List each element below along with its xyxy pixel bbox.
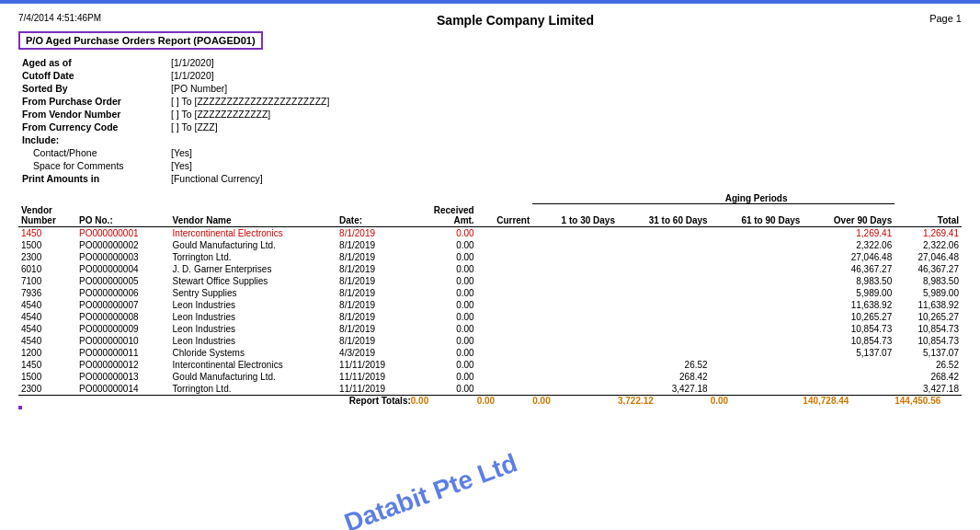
total-received: 0.00	[411, 395, 477, 406]
table-cell: 8/1/2019	[336, 335, 411, 347]
table-cell	[477, 287, 533, 299]
table-cell: 4540	[18, 311, 76, 323]
param-value: [ ] To [ZZZZZZZZZZZZ]	[169, 109, 331, 120]
table-cell: 0.00	[411, 335, 477, 347]
table-cell: 1450	[18, 359, 76, 371]
table-cell: 10,854.73	[895, 323, 962, 335]
table-cell	[477, 251, 533, 263]
table-cell: PO000000005	[76, 275, 170, 287]
table-cell: 0.00	[411, 371, 477, 383]
table-row: 2300PO000000014Torrington Ltd.11/11/2019…	[18, 383, 962, 396]
table-cell: PO000000002	[76, 239, 170, 251]
th-1to30-empty	[532, 193, 618, 204]
table-cell	[618, 287, 711, 299]
table-cell: 26.52	[618, 359, 711, 371]
th-aging-periods: Aging Periods	[618, 193, 895, 204]
th-vendor-name: Vendor Name	[170, 204, 337, 227]
table-row: 1450PO000000012Intercontinental Electron…	[18, 359, 962, 371]
table-cell	[711, 311, 803, 323]
table-cell	[477, 371, 533, 383]
param-print-amounts: Print Amounts in [Functional Currency]	[20, 173, 331, 184]
table-cell	[711, 287, 803, 299]
param-from-po: From Purchase Order [ ] To [ZZZZZZZZZZZZ…	[20, 96, 331, 107]
table-cell	[618, 226, 711, 239]
table-cell: 11,638.92	[803, 299, 895, 311]
table-cell	[477, 275, 533, 287]
table-cell: 2,322.06	[803, 239, 895, 251]
table-cell	[532, 239, 618, 251]
table-cell: PO000000006	[76, 287, 170, 299]
table-cell	[618, 311, 711, 323]
table-cell: 1200	[18, 347, 76, 359]
table-cell	[532, 359, 618, 371]
table-cell: 10,265.27	[895, 311, 962, 323]
table-cell	[618, 251, 711, 263]
param-label: From Vendor Number	[20, 109, 167, 120]
table-cell: 0.00	[411, 287, 477, 299]
timestamp: 7/4/2014 4:51:46PM	[18, 13, 101, 23]
param-label: Include:	[20, 134, 167, 145]
table-cell	[711, 371, 803, 383]
table-cell: 4540	[18, 299, 76, 311]
table-cell: 0.00	[411, 311, 477, 323]
table-cell	[532, 263, 618, 275]
table-cell: 1,269.41	[895, 226, 962, 239]
table-cell: Leon Industries	[170, 311, 337, 323]
table-cell: 2300	[18, 383, 76, 396]
table-cell: Intercontinental Electronics	[170, 226, 337, 239]
table-cell	[532, 347, 618, 359]
table-cell: 5,137.07	[895, 347, 962, 359]
param-value: [PO Number]	[169, 83, 331, 94]
th-date: Date:	[336, 204, 411, 227]
th-received-amt: ReceivedAmt.	[411, 204, 477, 227]
th-61to90: 61 to 90 Days	[711, 204, 803, 227]
table-cell: PO000000010	[76, 335, 170, 347]
table-cell: PO000000009	[76, 323, 170, 335]
total-31to60: 3,722.12	[618, 395, 711, 406]
table-cell: Gould Manufacturing Ltd.	[170, 371, 337, 383]
table-cell	[477, 335, 533, 347]
param-contact: Contact/Phone [Yes]	[20, 147, 331, 158]
table-cell	[477, 359, 533, 371]
table-cell: PO000000011	[76, 347, 170, 359]
table-row: 6010PO000000004J. D. Garner Enterprises8…	[18, 263, 962, 275]
col-headers-row: VendorNumber PO No.: Vendor Name Date: R…	[18, 204, 962, 227]
param-aged-as-of: Aged as of [1/1/2020]	[20, 57, 331, 68]
table-wrapper: Aging Periods VendorNumber PO No.: Vendo…	[18, 193, 962, 406]
table-cell: 8/1/2019	[336, 287, 411, 299]
table-cell: 0.00	[411, 251, 477, 263]
table-row: 1500PO000000013Gould Manufacturing Ltd.1…	[18, 371, 962, 383]
table-cell: 46,367.27	[803, 263, 895, 275]
data-table: Aging Periods VendorNumber PO No.: Vendo…	[18, 193, 962, 406]
table-cell: PO000000001	[76, 226, 170, 239]
table-cell	[618, 335, 711, 347]
th-current-empty	[477, 193, 533, 204]
table-cell: 0.00	[411, 275, 477, 287]
param-value: [ ] To [ZZZ]	[169, 121, 331, 132]
table-cell	[711, 251, 803, 263]
table-cell: 8/1/2019	[336, 275, 411, 287]
th-empty	[18, 193, 477, 204]
table-cell: 8/1/2019	[336, 311, 411, 323]
table-row: 1200PO000000011Chloride Systems4/3/20190…	[18, 347, 962, 359]
table-row: 7936PO000000006Sentry Supplies8/1/20190.…	[18, 287, 962, 299]
table-cell	[477, 383, 533, 396]
table-cell: 4/3/2019	[336, 347, 411, 359]
table-cell	[532, 226, 618, 239]
table-cell: 1500	[18, 371, 76, 383]
page-info: Page 1	[929, 13, 962, 24]
param-cutoff-date: Cutoff Date [1/1/2020]	[20, 70, 331, 81]
param-from-currency: From Currency Code [ ] To [ZZZ]	[20, 121, 331, 132]
table-cell: 3,427.18	[895, 383, 962, 396]
aging-header-row: Aging Periods	[18, 193, 962, 204]
table-cell: PO000000012	[76, 359, 170, 371]
param-label: Contact/Phone	[20, 147, 167, 158]
table-cell: 8/1/2019	[336, 263, 411, 275]
table-cell	[711, 226, 803, 239]
table-cell	[532, 251, 618, 263]
table-cell	[532, 299, 618, 311]
table-body: 1450PO000000001Intercontinental Electron…	[18, 226, 962, 395]
table-cell: PO000000008	[76, 311, 170, 323]
param-space-comments: Space for Comments [Yes]	[20, 160, 331, 171]
table-cell	[477, 323, 533, 335]
